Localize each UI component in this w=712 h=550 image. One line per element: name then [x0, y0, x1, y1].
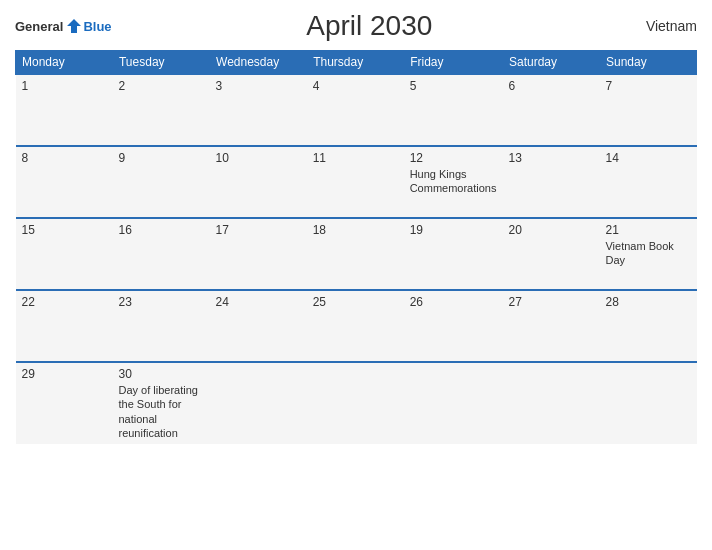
day-cell: 12Hung Kings Commemorations: [404, 146, 503, 218]
day-cell: 16: [112, 218, 209, 290]
svg-marker-0: [67, 19, 81, 33]
calendar-grid: Monday Tuesday Wednesday Thursday Friday…: [15, 50, 697, 444]
calendar-header: General Blue April 2030 Vietnam: [15, 10, 697, 42]
weekday-header-row: Monday Tuesday Wednesday Thursday Friday…: [16, 51, 697, 75]
week-row-3: 15161718192021Vietnam Book Day: [16, 218, 697, 290]
day-number: 29: [22, 367, 107, 381]
day-cell: 21Vietnam Book Day: [599, 218, 696, 290]
day-number: 7: [605, 79, 690, 93]
day-cell: 11: [307, 146, 404, 218]
logo-general-text: General: [15, 19, 63, 34]
day-number: 4: [313, 79, 398, 93]
header-saturday: Saturday: [502, 51, 599, 75]
day-number: 16: [118, 223, 203, 237]
header-friday: Friday: [404, 51, 503, 75]
week-row-4: 22232425262728: [16, 290, 697, 362]
day-number: 3: [216, 79, 301, 93]
day-number: 26: [410, 295, 497, 309]
day-cell: [404, 362, 503, 444]
day-cell: 2: [112, 74, 209, 146]
header-monday: Monday: [16, 51, 113, 75]
day-number: 30: [118, 367, 203, 381]
day-number: 15: [22, 223, 107, 237]
week-row-5: 2930Day of liberating the South for nati…: [16, 362, 697, 444]
day-cell: 25: [307, 290, 404, 362]
header-tuesday: Tuesday: [112, 51, 209, 75]
header-sunday: Sunday: [599, 51, 696, 75]
week-row-2: 89101112Hung Kings Commemorations1314: [16, 146, 697, 218]
header-thursday: Thursday: [307, 51, 404, 75]
day-number: 8: [22, 151, 107, 165]
day-number: 24: [216, 295, 301, 309]
day-cell: 9: [112, 146, 209, 218]
country-label: Vietnam: [627, 18, 697, 34]
logo-blue-text: Blue: [83, 19, 111, 34]
day-cell: 26: [404, 290, 503, 362]
day-cell: 15: [16, 218, 113, 290]
day-number: 5: [410, 79, 497, 93]
day-cell: 4: [307, 74, 404, 146]
day-cell: [502, 362, 599, 444]
day-cell: 18: [307, 218, 404, 290]
day-cell: 20: [502, 218, 599, 290]
day-cell: 5: [404, 74, 503, 146]
day-cell: 27: [502, 290, 599, 362]
calendar-container: General Blue April 2030 Vietnam Monday T…: [0, 0, 712, 550]
day-cell: 24: [210, 290, 307, 362]
day-cell: 6: [502, 74, 599, 146]
day-cell: 10: [210, 146, 307, 218]
day-cell: 7: [599, 74, 696, 146]
day-cell: 19: [404, 218, 503, 290]
day-number: 14: [605, 151, 690, 165]
event-text: Vietnam Book Day: [605, 239, 690, 268]
day-number: 17: [216, 223, 301, 237]
day-cell: 30Day of liberating the South for nation…: [112, 362, 209, 444]
day-number: 20: [508, 223, 593, 237]
day-number: 22: [22, 295, 107, 309]
day-cell: [210, 362, 307, 444]
day-number: 6: [508, 79, 593, 93]
event-text: Day of liberating the South for national…: [118, 383, 203, 440]
day-number: 9: [118, 151, 203, 165]
day-number: 2: [118, 79, 203, 93]
day-number: 21: [605, 223, 690, 237]
day-number: 12: [410, 151, 497, 165]
day-cell: 13: [502, 146, 599, 218]
day-cell: 29: [16, 362, 113, 444]
logo-icon: [65, 17, 83, 35]
day-cell: 8: [16, 146, 113, 218]
day-number: 27: [508, 295, 593, 309]
calendar-body: 123456789101112Hung Kings Commemorations…: [16, 74, 697, 444]
day-number: 28: [605, 295, 690, 309]
day-cell: [307, 362, 404, 444]
header-wednesday: Wednesday: [210, 51, 307, 75]
day-number: 1: [22, 79, 107, 93]
day-cell: 1: [16, 74, 113, 146]
day-cell: 28: [599, 290, 696, 362]
day-cell: [599, 362, 696, 444]
day-cell: 23: [112, 290, 209, 362]
day-number: 18: [313, 223, 398, 237]
logo: General Blue: [15, 17, 112, 35]
day-number: 13: [508, 151, 593, 165]
day-number: 23: [118, 295, 203, 309]
week-row-1: 1234567: [16, 74, 697, 146]
day-number: 25: [313, 295, 398, 309]
calendar-title: April 2030: [112, 10, 627, 42]
day-number: 10: [216, 151, 301, 165]
day-cell: 22: [16, 290, 113, 362]
day-cell: 3: [210, 74, 307, 146]
day-number: 11: [313, 151, 398, 165]
day-cell: 14: [599, 146, 696, 218]
event-text: Hung Kings Commemorations: [410, 167, 497, 196]
day-cell: 17: [210, 218, 307, 290]
day-number: 19: [410, 223, 497, 237]
